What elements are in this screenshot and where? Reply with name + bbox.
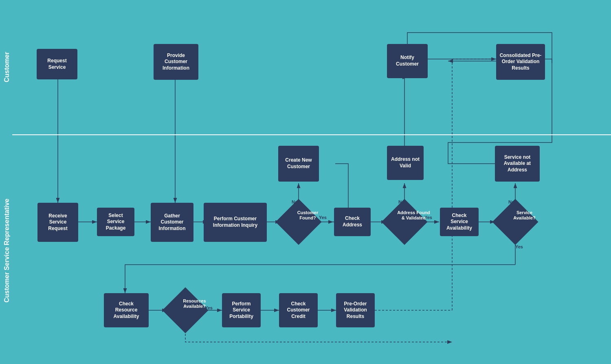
node-consolidated-results: Consolidated Pre-Order Validation Result… — [496, 44, 545, 80]
swimlane-customer-label: Customer — [3, 4, 11, 130]
label-yes-customer-found: Yes — [319, 215, 327, 220]
node-check-resource-availability: Check Resource Availability — [104, 293, 149, 327]
node-perform-inquiry: Perform Customer Information Inquiry — [204, 203, 267, 242]
label-yes-address-found: Yes — [424, 215, 432, 220]
node-create-new-customer: Create New Customer — [278, 146, 319, 182]
swimlane-divider — [12, 134, 611, 135]
node-provide-customer-info: Provide Customer Information — [154, 44, 198, 80]
node-select-service-package: Select Service Package — [97, 208, 134, 236]
node-receive-service-request: Receive Service Request — [37, 203, 78, 242]
node-address-not-valid: Address not Valid — [387, 146, 424, 180]
node-notify-customer: Notify Customer — [387, 44, 428, 78]
label-no-address-found: No — [398, 200, 404, 204]
label-yes-service-available: Yes — [515, 244, 523, 249]
node-check-customer-credit: Check Customer Credit — [279, 293, 318, 327]
node-customer-found: Customer Found? — [280, 202, 317, 241]
label-no-customer-found: No — [292, 200, 298, 204]
node-request-service: Request Service — [37, 49, 77, 79]
node-preorder-validation: Pre-Order Validation Results — [336, 293, 375, 327]
label-yes-resources: Yes — [205, 305, 213, 310]
swimlane-csr-label: Customer Service Representative — [3, 138, 11, 362]
label-no-resources: No — [182, 326, 189, 331]
node-service-not-available: Service not Available at Address — [495, 146, 540, 182]
node-service-available: Service Available? — [495, 202, 536, 241]
node-perform-portability: Perform Service Portability — [222, 293, 261, 327]
diagram-container: Customer Customer Service Representative… — [0, 0, 611, 364]
node-check-address: Check Address — [334, 208, 371, 236]
label-no-service-available: No — [508, 200, 514, 204]
node-resources-available: Resources Available? — [167, 292, 204, 328]
node-gather-customer-info: Gather Customer Information — [151, 203, 193, 242]
node-check-service-availability: Check Service Availability — [440, 208, 479, 236]
node-address-found: Address Found & Validated — [386, 202, 423, 241]
